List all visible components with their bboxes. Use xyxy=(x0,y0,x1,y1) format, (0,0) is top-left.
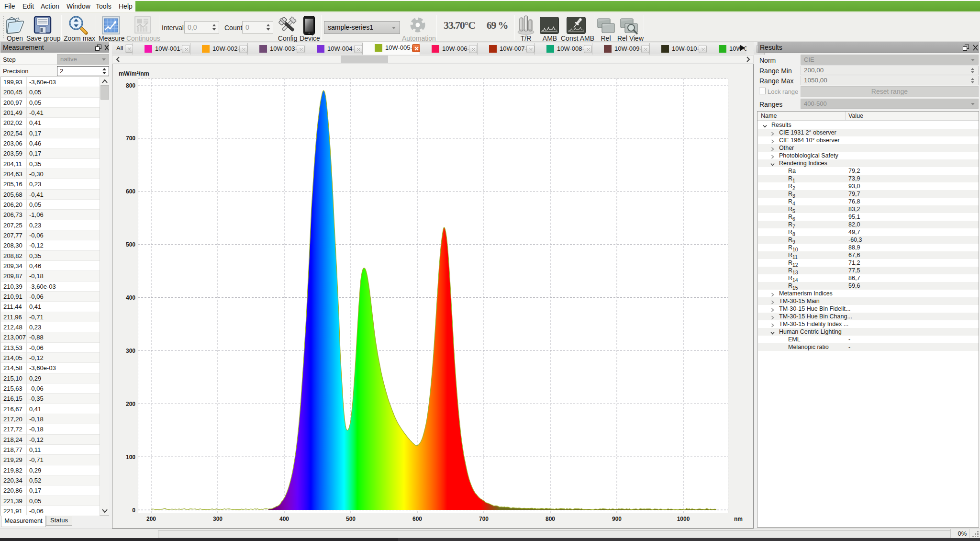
svg-text:nm: nm xyxy=(734,516,743,522)
svg-text:600: 600 xyxy=(126,188,135,195)
svg-text:1000: 1000 xyxy=(677,516,690,522)
svg-text:200: 200 xyxy=(146,516,156,522)
svg-text:600: 600 xyxy=(412,516,422,522)
svg-text:800: 800 xyxy=(546,516,555,522)
svg-text:500: 500 xyxy=(126,241,135,248)
svg-text:800: 800 xyxy=(126,82,135,89)
svg-text:300: 300 xyxy=(213,516,223,522)
svg-text:300: 300 xyxy=(126,348,135,354)
svg-text:200: 200 xyxy=(126,401,135,407)
svg-text:500: 500 xyxy=(346,516,356,522)
svg-text:700: 700 xyxy=(126,135,135,142)
svg-text:100: 100 xyxy=(126,454,135,461)
svg-text:700: 700 xyxy=(479,516,489,522)
svg-text:0: 0 xyxy=(132,507,135,514)
svg-text:900: 900 xyxy=(612,516,622,522)
svg-text:mW/m²/nm: mW/m²/nm xyxy=(119,70,149,77)
svg-text:400: 400 xyxy=(279,516,289,522)
svg-text:400: 400 xyxy=(126,294,135,301)
